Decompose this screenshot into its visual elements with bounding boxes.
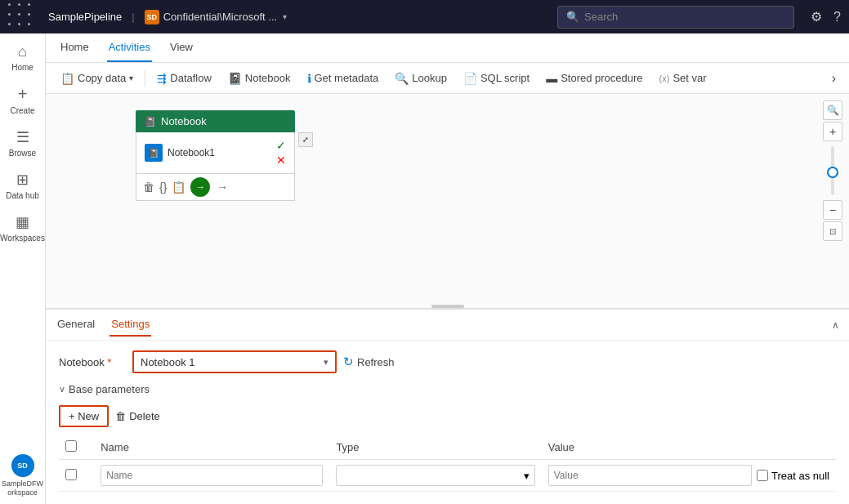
select-all-checkbox[interactable] — [65, 440, 77, 452]
notebook-select[interactable]: Notebook 1 ▾ — [132, 350, 337, 373]
content-area: Home Activities View 📋 Copy data ▾ ⇶ Dat… — [46, 33, 849, 504]
params-toolbar: + New 🗑 Delete — [59, 405, 836, 427]
sidebar-item-label: Data hub — [6, 191, 39, 200]
node-next-icon[interactable]: → — [217, 181, 228, 194]
sidebar-item-home[interactable]: ⌂ Home — [0, 37, 45, 78]
toolbar-notebook[interactable]: 📓 Notebook — [221, 69, 297, 88]
zoom-in-button[interactable]: + — [823, 122, 842, 141]
sidebar-item-label: Home — [11, 63, 34, 72]
node-copy-icon[interactable]: 📋 — [172, 181, 185, 194]
workspace-account-label: SampleDFW orkspace — [2, 479, 43, 497]
toolbar-get-metadata[interactable]: ℹ Get metadata — [301, 69, 386, 88]
node-expand-icon[interactable]: ⤢ — [298, 132, 313, 147]
node-corner-icons: ⤢ — [298, 132, 313, 147]
node-delete-icon[interactable]: 🗑 — [143, 181, 154, 194]
sidebar-item-label: Workspaces — [0, 234, 45, 243]
name-input[interactable] — [101, 465, 323, 486]
refresh-button[interactable]: ↻ Refresh — [343, 355, 395, 369]
node-header: 📓 Notebook — [136, 110, 295, 132]
treat-null-checkbox[interactable] — [757, 470, 768, 481]
row-value-cell: Treat as null — [542, 460, 836, 492]
type-select[interactable]: ▾ — [336, 465, 534, 486]
toolbar-dataflow[interactable]: ⇶ Dataflow — [150, 69, 218, 88]
sql-script-icon: 📄 — [463, 72, 477, 85]
panel-resize-handle[interactable] — [431, 305, 464, 308]
toolbar-more-button[interactable]: › — [827, 69, 841, 87]
sidebar-item-workspaces[interactable]: ▦ Workspaces — [0, 207, 45, 249]
refresh-label: Refresh — [357, 356, 395, 368]
topbar-separator: | — [132, 11, 134, 23]
col-header-value: Value — [542, 435, 836, 460]
node-name: Notebook1 — [168, 147, 271, 158]
datahub-icon: ⊞ — [16, 171, 29, 189]
node-header-icon: 📓 — [144, 116, 156, 127]
toolbar-set-var[interactable]: (x) Set var — [653, 69, 713, 87]
nav-tabs: Home Activities View — [46, 33, 849, 63]
sidebar-item-browse[interactable]: ☰ Browse — [0, 122, 45, 164]
toolbar-copy-data[interactable]: 📋 Copy data ▾ — [54, 69, 140, 88]
required-marker: * — [107, 356, 111, 368]
toolbar-stored-procedure-label: Stored procedure — [561, 72, 642, 84]
notebook-icon: 📓 — [228, 72, 242, 85]
new-param-label: + New — [69, 410, 99, 422]
zoom-fit-button[interactable]: ⊡ — [823, 221, 842, 241]
node-code-icon[interactable]: {} — [159, 181, 167, 194]
notebook-field-row: Notebook * Notebook 1 ▾ ↻ Refresh — [59, 350, 836, 373]
node-header-label: Notebook — [161, 115, 207, 127]
tab-home[interactable]: Home — [59, 33, 91, 62]
sidebar-item-workspace-account[interactable]: SD SampleDFW orkspace — [0, 448, 45, 504]
workspace-chevron[interactable]: ▾ — [283, 12, 287, 21]
toolbar: 📋 Copy data ▾ ⇶ Dataflow 📓 Notebook ℹ Ge… — [46, 63, 849, 94]
tab-general[interactable]: General — [56, 313, 96, 337]
zoom-out-button[interactable]: − — [823, 200, 842, 220]
notebook-node: 📓 Notebook 📓 Notebook1 ✓ ✕ — [136, 110, 295, 201]
row-check-cell — [59, 460, 94, 492]
stored-procedure-icon: ▬ — [546, 72, 557, 85]
search-input[interactable] — [584, 11, 785, 23]
workspace-avatar: SD — [11, 454, 34, 477]
toolbar-sql-script[interactable]: 📄 SQL script — [457, 69, 536, 88]
node-run-button[interactable]: → — [190, 177, 210, 197]
search-box[interactable]: 🔍 — [557, 6, 794, 29]
panel-header: General Settings ∧ — [46, 310, 849, 341]
zoom-thumb[interactable] — [827, 167, 838, 178]
node-x-icon: ✕ — [276, 154, 286, 167]
set-var-icon: (x) — [659, 74, 670, 83]
row-checkbox[interactable] — [65, 469, 77, 480]
notebook-select-chevron: ▾ — [324, 357, 328, 368]
delete-param-button[interactable]: 🗑 Delete — [115, 410, 160, 422]
node-toolbar: 🗑 {} 📋 → → — [136, 174, 295, 201]
panel-tabs: General Settings — [56, 313, 151, 337]
sidebar-item-label: Create — [10, 106, 34, 115]
base-params-toggle[interactable]: ∨ Base parameters — [59, 383, 836, 395]
type-chevron: ▾ — [524, 470, 530, 482]
toolbar-lookup[interactable]: 🔍 Lookup — [388, 69, 454, 88]
zoom-search-button[interactable]: 🔍 — [823, 100, 842, 120]
sidebar-item-datahub[interactable]: ⊞ Data hub — [0, 164, 45, 207]
params-table: Name Type Value — [59, 435, 836, 492]
toolbar-lookup-label: Lookup — [412, 72, 447, 84]
settings-icon[interactable]: ⚙ — [811, 9, 822, 25]
tab-view[interactable]: View — [168, 33, 194, 62]
panel-content: Notebook * Notebook 1 ▾ ↻ Refresh — [46, 341, 849, 504]
node-body: 📓 Notebook1 ✓ ✕ — [136, 132, 295, 174]
new-param-button[interactable]: + New — [59, 405, 109, 427]
toolbar-dataflow-label: Dataflow — [170, 72, 212, 84]
tab-settings[interactable]: Settings — [109, 313, 151, 337]
canvas-inner: 📓 Notebook 📓 Notebook1 ✓ ✕ — [46, 94, 849, 308]
tab-activities[interactable]: Activities — [107, 33, 152, 62]
main-layout: ⌂ Home + Create ☰ Browse ⊞ Data hub ▦ Wo… — [0, 33, 849, 504]
row-type-cell: ▾ — [329, 460, 541, 492]
refresh-icon: ↻ — [343, 355, 354, 369]
sidebar-item-create[interactable]: + Create — [0, 78, 45, 122]
workspace-selector[interactable]: SD Confidential\Microsoft ... ▾ — [145, 10, 287, 25]
toolbar-stored-procedure[interactable]: ▬ Stored procedure — [539, 69, 649, 88]
value-input[interactable] — [548, 465, 752, 486]
panel-collapse-button[interactable]: ∧ — [832, 319, 839, 331]
help-icon[interactable]: ? — [833, 10, 841, 25]
get-metadata-icon: ℹ — [307, 72, 311, 85]
notebook-field-label: Notebook * — [59, 356, 124, 368]
zoom-slider[interactable] — [831, 146, 834, 195]
row-name-cell — [94, 460, 329, 492]
app-grid-icon[interactable] — [8, 3, 35, 30]
